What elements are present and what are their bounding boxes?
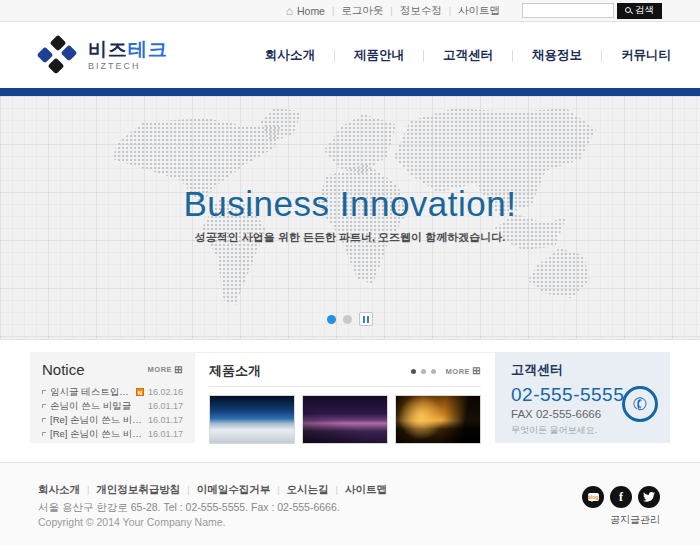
nav-item-community[interactable]: 커뮤니티 bbox=[602, 47, 690, 64]
logo-english-subtitle: BIZTECH bbox=[88, 62, 168, 71]
blog-icon[interactable]: blog bbox=[582, 486, 604, 508]
bullet-icon bbox=[42, 390, 46, 394]
footer-links: 회사소개 | 개인정보취급방침 | 이메일수집거부 | 오시는길 | 사이트맵 bbox=[38, 483, 387, 497]
social-icons: blog f bbox=[582, 486, 660, 508]
footer-link-sitemap[interactable]: 사이트맵 bbox=[345, 483, 387, 497]
twitter-icon[interactable] bbox=[638, 486, 660, 508]
product-image-sunset[interactable] bbox=[395, 395, 481, 444]
divider: | bbox=[390, 6, 392, 16]
notice-date: 16.01.17 bbox=[144, 399, 183, 413]
notice-list-item[interactable]: 손님이 쓴느 비밀글 16.01.17 bbox=[42, 399, 183, 413]
divider: | bbox=[336, 485, 338, 495]
customer-center-title: 고객센터 bbox=[511, 361, 656, 379]
phone-icon: ✆ bbox=[622, 386, 658, 422]
hero-subtitle: 성공적인 사업을 위한 든든한 파트너, 오즈웹이 함께하겠습니다. bbox=[0, 230, 700, 245]
hero-banner: Business Innovation! 성공적인 사업을 위한 든든한 파트너… bbox=[0, 96, 700, 340]
carousel-pause-button[interactable] bbox=[359, 312, 373, 326]
top-utility-bar: ⌂ Home | 로그아웃 | 정보수정 | 사이트맵 검색 bbox=[0, 0, 700, 22]
customer-center-panel: 고객센터 02-555-5555 FAX 02-555-6666 무엇이든 물어… bbox=[495, 352, 670, 443]
notice-list-item[interactable]: [Re] 손님이 쓴느 비밀글3... 16.01.17 bbox=[42, 427, 183, 441]
worldmap-europe bbox=[324, 114, 396, 174]
product-image-space-mountains[interactable] bbox=[209, 395, 295, 444]
divider: | bbox=[449, 6, 451, 16]
divider: | bbox=[332, 6, 334, 16]
logo-korean-title: 비즈테크 bbox=[88, 40, 168, 59]
divider: | bbox=[277, 485, 279, 495]
logo-diamonds-icon bbox=[38, 36, 76, 76]
products-dot-3[interactable] bbox=[431, 369, 436, 374]
topbar-link-home[interactable]: Home bbox=[297, 5, 325, 17]
search-button[interactable]: 검색 bbox=[617, 3, 662, 19]
main-nav: 회사소개 제품안내 고객센터 채용정보 커뮤니티 bbox=[246, 47, 690, 64]
divider: | bbox=[187, 485, 189, 495]
product-image-night-bridge[interactable] bbox=[302, 395, 388, 444]
products-panel: 제품소개 more ⊞ bbox=[195, 352, 495, 443]
notice-date: 16.02.16 bbox=[144, 385, 183, 399]
products-more-button[interactable]: more ⊞ bbox=[446, 366, 481, 376]
carousel-dot-2[interactable] bbox=[343, 315, 352, 324]
footer-link-email-refusal[interactable]: 이메일수집거부 bbox=[197, 483, 271, 497]
facebook-icon[interactable]: f bbox=[610, 486, 632, 508]
notice-date: 16.01.17 bbox=[144, 427, 183, 441]
footer-link-company[interactable]: 회사소개 bbox=[38, 483, 80, 497]
site-header: 비즈테크 BIZTECH 회사소개 제품안내 고객센터 채용정보 커뮤니티 bbox=[0, 23, 700, 88]
notice-list-item[interactable]: [Re] 손님이 쓴느 비밀글 16.01.17 bbox=[42, 413, 183, 427]
nav-item-company[interactable]: 회사소개 bbox=[246, 47, 334, 64]
carousel-dot-1[interactable] bbox=[327, 315, 336, 324]
products-carousel-dots bbox=[411, 369, 436, 374]
nav-accent-bar bbox=[0, 88, 700, 96]
topbar-link-edit-info[interactable]: 정보수정 bbox=[400, 4, 442, 18]
topbar-link-logout[interactable]: 로그아웃 bbox=[341, 4, 383, 18]
bullet-icon bbox=[42, 404, 46, 408]
nav-item-customer-center[interactable]: 고객센터 bbox=[424, 47, 512, 64]
hero-title: Business Innovation! bbox=[0, 184, 700, 224]
notice-date: 16.01.17 bbox=[144, 413, 183, 427]
worldmap-africa bbox=[317, 164, 407, 284]
search-icon bbox=[625, 7, 632, 14]
home-icon: ⌂ bbox=[286, 4, 293, 18]
notice-title: Notice bbox=[42, 361, 85, 378]
footer-link-directions[interactable]: 오시는길 bbox=[287, 483, 329, 497]
footer-address: 서울 용산구 한강로 65-28. Tel : 02-555-5555. Fax… bbox=[38, 501, 340, 515]
notice-list-item[interactable]: 임시글 테스트입니다. N 16.02.16 bbox=[42, 385, 183, 399]
notice-panel: Notice more ⊞ 임시글 테스트입니다. N 16.02.16 손님이… bbox=[30, 352, 195, 443]
footer-link-privacy[interactable]: 개인정보취급방침 bbox=[96, 483, 180, 497]
notice-more-button[interactable]: more ⊞ bbox=[148, 365, 183, 375]
logo[interactable]: 비즈테크 BIZTECH bbox=[38, 36, 168, 76]
bullet-icon bbox=[42, 418, 46, 422]
footer-copyright: Copyright © 2014 Your Company Name. bbox=[38, 516, 226, 528]
products-dot-1[interactable] bbox=[411, 369, 416, 374]
plus-box-icon: ⊞ bbox=[472, 366, 481, 376]
divider: | bbox=[87, 485, 89, 495]
widgets-row: Notice more ⊞ 임시글 테스트입니다. N 16.02.16 손님이… bbox=[30, 352, 670, 443]
admin-link[interactable]: 공지글관리 bbox=[610, 513, 660, 527]
products-title: 제품소개 bbox=[209, 362, 261, 380]
nav-item-products[interactable]: 제품안내 bbox=[335, 47, 423, 64]
bullet-icon bbox=[42, 432, 46, 436]
footer: 회사소개 | 개인정보취급방침 | 이메일수집거부 | 오시는길 | 사이트맵 … bbox=[0, 462, 700, 545]
plus-box-icon: ⊞ bbox=[174, 365, 183, 375]
worldmap-australia bbox=[528, 248, 590, 298]
customer-hint-text: 무엇이든 물어보세요. bbox=[511, 424, 656, 437]
carousel-controls bbox=[0, 312, 700, 326]
search-input[interactable] bbox=[522, 3, 614, 18]
new-post-badge: N bbox=[136, 388, 144, 396]
products-dot-2[interactable] bbox=[421, 369, 426, 374]
nav-item-recruit[interactable]: 채용정보 bbox=[513, 47, 601, 64]
topbar-link-sitemap[interactable]: 사이트맵 bbox=[458, 4, 500, 18]
